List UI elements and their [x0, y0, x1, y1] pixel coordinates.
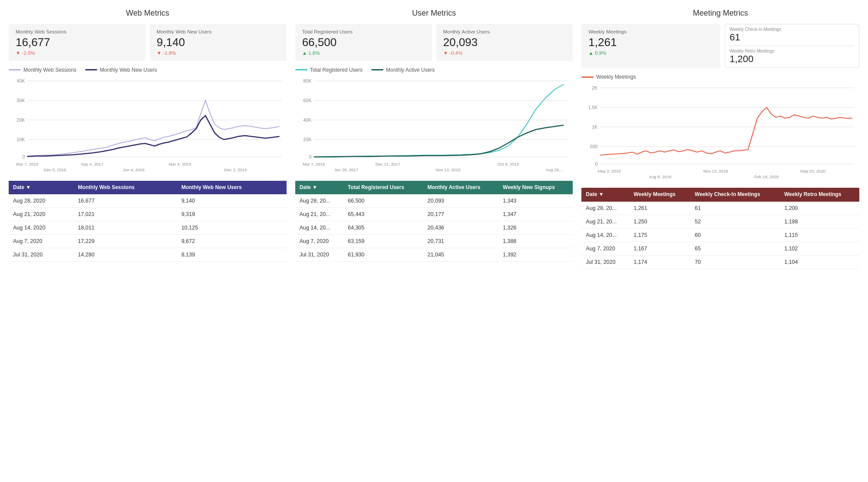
- svg-text:0: 0: [595, 162, 598, 166]
- table-cell: Jul 31, 2020: [9, 248, 73, 262]
- table-cell: 17,021: [73, 208, 177, 221]
- active-users-value: 20,093: [443, 36, 566, 49]
- meeting-data-table: Date ▼ Weekly Meetings Weekly Check-In M…: [581, 188, 859, 269]
- web-new-users-kpi: Monthly Web New Users 9,140 -1.9%: [150, 24, 287, 61]
- table-cell: 17,229: [73, 235, 177, 248]
- web-sessions-kpi: Monthly Web Sessions 16,677 -2.0%: [9, 24, 145, 61]
- web-chart: 40K 30K 20K 10K 0 Mar 7, 2016 Sep 4, 201…: [9, 76, 287, 172]
- active-users-legend-label: Monthly Active Users: [386, 67, 435, 73]
- table-cell: 8,139: [177, 248, 287, 262]
- table-cell: 70: [690, 255, 780, 269]
- table-cell: 1,167: [629, 242, 690, 255]
- svg-text:Oct 6, 2019: Oct 6, 2019: [497, 162, 519, 166]
- table-cell: 1,261: [629, 202, 690, 215]
- svg-text:Nov 13, 2018: Nov 13, 2018: [436, 168, 460, 172]
- total-users-legend-label: Total Registered Users: [310, 67, 363, 73]
- svg-text:May 25, 2020: May 25, 2020: [800, 169, 825, 173]
- weekly-meetings-legend-label: Weekly Meetings: [596, 74, 636, 80]
- table-cell: 1,102: [780, 242, 859, 255]
- total-users-kpi: Total Registered Users 66,500 1.6%: [295, 24, 432, 61]
- svg-text:1.5K: 1.5K: [588, 105, 598, 110]
- table-cell: 1,175: [629, 228, 690, 242]
- table-cell: 60: [690, 228, 780, 242]
- web-sessions-legend-color: [9, 69, 21, 70]
- table-cell: 1,115: [780, 228, 859, 242]
- table-row: Aug 7, 20201,167651,102: [581, 242, 859, 255]
- svg-text:Sep 4, 2017: Sep 4, 2017: [81, 162, 103, 166]
- user-col-active[interactable]: Monthly Active Users: [423, 181, 498, 195]
- web-sessions-value: 16,677: [16, 36, 139, 49]
- table-cell: 20,093: [423, 194, 498, 208]
- meeting-col-retro[interactable]: Weekly Retro Meetings: [780, 188, 859, 202]
- table-cell: 66,500: [343, 194, 423, 208]
- meeting-chart-legend: Weekly Meetings: [581, 74, 859, 80]
- user-metrics-title: User Metrics: [295, 9, 573, 18]
- svg-text:2K: 2K: [592, 86, 598, 90]
- user-col-date[interactable]: Date ▼: [295, 181, 343, 195]
- table-cell: Aug 7, 2020: [581, 242, 629, 255]
- checkin-label: Weekly Check-In Meetings: [729, 27, 855, 32]
- table-cell: Aug 14, 2020: [9, 221, 73, 235]
- table-cell: 1,250: [629, 215, 690, 228]
- svg-text:500: 500: [590, 144, 598, 149]
- active-users-kpi: Monthly Active Users 20,093 -0.4%: [436, 24, 573, 61]
- table-cell: 1,200: [780, 202, 859, 215]
- table-row: Jul 31, 202014,2808,139: [9, 248, 287, 262]
- user-legend-total: Total Registered Users: [295, 67, 363, 73]
- svg-text:0: 0: [22, 155, 25, 160]
- meeting-metrics-section: Meeting Metrics Weekly Meetings 1,261 0.…: [581, 9, 859, 269]
- weekly-meetings-kpi: Weekly Meetings 1,261 0.9%: [581, 24, 720, 68]
- table-row: Aug 21, 202017,0219,319: [9, 208, 287, 221]
- web-sessions-change: -2.0%: [16, 50, 139, 56]
- user-col-total[interactable]: Total Registered Users: [343, 181, 423, 195]
- web-legend-sessions: Monthly Web Sessions: [9, 67, 76, 73]
- table-cell: 9,672: [177, 235, 287, 248]
- table-row: Aug 14, 20...64,30520,4361,326: [295, 221, 573, 235]
- svg-text:Aug 8, 2019: Aug 8, 2019: [649, 175, 672, 179]
- meeting-col-date[interactable]: Date ▼: [581, 188, 629, 202]
- retro-value: 1,200: [729, 53, 855, 65]
- table-row: Aug 28, 20...1,261611,200: [581, 202, 859, 215]
- meeting-col-checkin[interactable]: Weekly Check-In Meetings: [690, 188, 780, 202]
- user-chart-legend: Total Registered Users Monthly Active Us…: [295, 67, 573, 73]
- checkin-kpi: Weekly Check-In Meetings 61: [729, 27, 855, 43]
- user-col-signups[interactable]: Weekly New Signups: [498, 181, 573, 195]
- table-cell: Jul 31, 2020: [295, 248, 343, 262]
- table-cell: 1,326: [498, 221, 573, 235]
- web-col-new-users[interactable]: Monthly Web New Users: [177, 181, 287, 195]
- table-cell: 16,677: [73, 194, 177, 208]
- svg-text:Dec 21, 2017: Dec 21, 2017: [375, 162, 400, 166]
- svg-text:0: 0: [309, 155, 311, 160]
- table-cell: 21,045: [423, 248, 498, 262]
- table-cell: Aug 28, 20...: [581, 202, 629, 215]
- svg-text:1K: 1K: [592, 125, 598, 130]
- total-users-legend-color: [295, 69, 307, 70]
- table-cell: 1,174: [629, 255, 690, 269]
- web-metrics-title: Web Metrics: [9, 9, 287, 18]
- table-cell: Aug 21, 20...: [581, 215, 629, 228]
- table-row: Aug 28, 20...66,50020,0931,343: [295, 194, 573, 208]
- svg-text:40K: 40K: [303, 118, 311, 123]
- table-cell: Aug 14, 20...: [295, 221, 343, 235]
- web-col-sessions[interactable]: Monthly Web Sessions: [73, 181, 177, 195]
- web-new-users-label: Monthly Web New Users: [157, 29, 280, 34]
- svg-text:60K: 60K: [303, 98, 311, 103]
- svg-text:Mar 7, 2016: Mar 7, 2016: [16, 162, 38, 166]
- web-sessions-legend-label: Monthly Web Sessions: [23, 67, 76, 73]
- meeting-metrics-title: Meeting Metrics: [581, 9, 859, 18]
- table-cell: 1,388: [498, 235, 573, 248]
- retro-label: Weekly Retro Meetings: [729, 49, 855, 53]
- svg-text:Nov 13, 2019: Nov 13, 2019: [703, 169, 728, 173]
- table-cell: Aug 21, 20...: [295, 208, 343, 221]
- web-col-date[interactable]: Date ▼: [9, 181, 73, 195]
- meeting-chart-svg: 2K 1.5K 1K 500 0 May 3, 2019 Nov 13, 201…: [581, 83, 859, 179]
- total-users-label: Total Registered Users: [302, 29, 425, 34]
- meeting-col-weekly[interactable]: Weekly Meetings: [629, 188, 690, 202]
- web-new-users-change: -1.9%: [157, 50, 280, 56]
- total-users-change: 1.6%: [302, 50, 425, 56]
- table-cell: 1,347: [498, 208, 573, 221]
- table-cell: 63,159: [343, 235, 423, 248]
- table-cell: 20,177: [423, 208, 498, 221]
- svg-text:10K: 10K: [17, 137, 25, 142]
- user-data-table: Date ▼ Total Registered Users Monthly Ac…: [295, 181, 573, 262]
